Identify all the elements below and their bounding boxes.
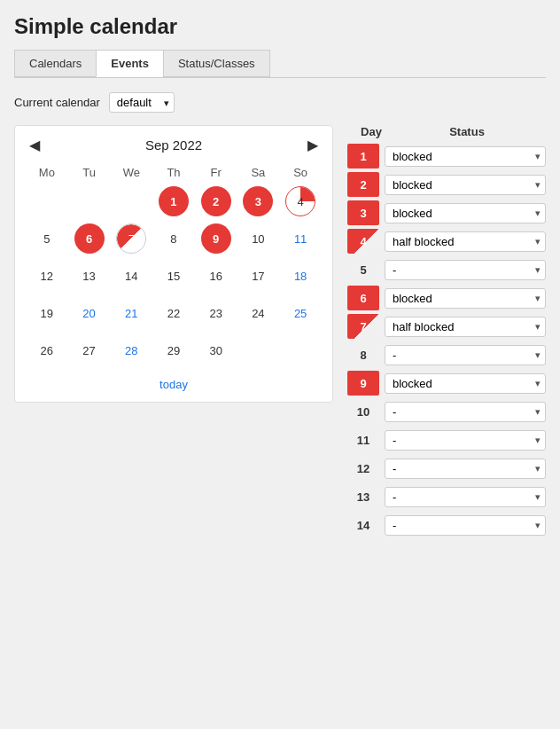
status-rows-container: 1-blockedhalf blocked2-blockedhalf block… (347, 144, 546, 537)
day-badge: 12 (347, 456, 379, 481)
table-row[interactable]: 29 (152, 332, 195, 369)
status-select[interactable]: -blockedhalf blocked (385, 175, 546, 195)
tab-status-classes[interactable]: Status/Classes (163, 50, 270, 77)
tab-events[interactable]: Events (96, 50, 164, 77)
table-row[interactable]: 1 (152, 183, 195, 220)
table-row[interactable]: 2 (195, 183, 237, 220)
table-row[interactable]: 28 (110, 332, 152, 369)
day-badge: 9 (347, 371, 379, 396)
calendar-day-header: Th (152, 162, 195, 183)
list-item: 7-blockedhalf blocked (347, 314, 546, 339)
list-item: 11-blockedhalf blocked (347, 427, 546, 452)
table-row[interactable]: 15 (152, 257, 195, 294)
table-row (237, 332, 280, 369)
list-item: 10-blockedhalf blocked (347, 399, 546, 424)
tab-calendars[interactable]: Calendars (14, 50, 97, 77)
table-row[interactable]: 12 (26, 257, 68, 294)
status-panel-header: Day Status (347, 125, 546, 138)
day-badge: 10 (347, 399, 379, 424)
calendar-grid: MoTuWeThFrSaSo 1234567891011121314151617… (26, 162, 322, 369)
day-badge: 11 (347, 427, 379, 452)
table-row[interactable]: 5 (26, 220, 68, 257)
table-row[interactable]: 4 (279, 183, 322, 220)
calendar-day-header: We (110, 162, 152, 183)
table-row[interactable]: 8 (152, 220, 195, 257)
status-select-wrapper: -blockedhalf blocked (385, 317, 546, 337)
day-badge: 1 (347, 144, 379, 169)
table-row[interactable]: 22 (152, 294, 195, 332)
status-select[interactable]: -blockedhalf blocked (385, 260, 546, 280)
status-select-wrapper: -blockedhalf blocked (385, 231, 546, 252)
table-row[interactable]: 14 (110, 257, 152, 294)
table-row (68, 183, 111, 220)
day-badge: 13 (347, 484, 379, 509)
current-calendar-row: Current calendar default (14, 92, 546, 113)
main-layout: ◀ Sep 2022 ▶ MoTuWeThFrSaSo 123456789101… (14, 125, 546, 541)
status-select[interactable]: -blockedhalf blocked (385, 515, 546, 536)
status-select[interactable]: -blockedhalf blocked (385, 231, 546, 252)
status-select-wrapper: -blockedhalf blocked (385, 430, 546, 451)
status-select[interactable]: -blockedhalf blocked (385, 373, 546, 394)
table-row[interactable]: 17 (237, 257, 280, 294)
table-row[interactable]: 30 (195, 332, 237, 369)
table-row[interactable]: 3 (237, 183, 280, 220)
status-select-wrapper: -blockedhalf blocked (385, 402, 546, 422)
table-row[interactable]: 24 (237, 294, 280, 332)
status-select[interactable]: -blockedhalf blocked (385, 317, 546, 337)
table-row (279, 332, 322, 369)
status-select[interactable]: -blockedhalf blocked (385, 402, 546, 422)
list-item: 1-blockedhalf blocked (347, 144, 546, 169)
list-item: 6-blockedhalf blocked (347, 286, 546, 310)
prev-month-button[interactable]: ◀ (26, 137, 43, 153)
list-item: 13-blockedhalf blocked (347, 484, 546, 509)
calendar-header: ◀ Sep 2022 ▶ (26, 137, 322, 153)
day-badge: 4 (347, 229, 379, 254)
calendar-day-header: Mo (26, 162, 68, 183)
table-row[interactable]: 27 (68, 332, 111, 369)
status-select[interactable]: -blockedhalf blocked (385, 345, 546, 365)
list-item: 2-blockedhalf blocked (347, 172, 546, 197)
calendar-day-header: Tu (68, 162, 111, 183)
list-item: 9-blockedhalf blocked (347, 371, 546, 396)
status-select[interactable]: -blockedhalf blocked (385, 288, 546, 309)
list-item: 5-blockedhalf blocked (347, 257, 546, 282)
day-badge: 6 (347, 286, 379, 310)
table-row[interactable]: 16 (195, 257, 237, 294)
table-row[interactable]: 20 (68, 294, 111, 332)
table-row[interactable]: 21 (110, 294, 152, 332)
status-select[interactable]: -blockedhalf blocked (385, 203, 546, 223)
day-badge: 2 (347, 172, 379, 197)
table-row[interactable]: 19 (26, 294, 68, 332)
status-select[interactable]: -blockedhalf blocked (385, 459, 546, 479)
status-select-wrapper: -blockedhalf blocked (385, 260, 546, 280)
list-item: 14-blockedhalf blocked (347, 513, 546, 537)
status-select[interactable]: -blockedhalf blocked (385, 430, 546, 451)
status-header-day: Day (351, 125, 392, 138)
table-row[interactable]: 18 (279, 257, 322, 294)
today-link[interactable]: today (26, 378, 322, 391)
status-header-status: Status (392, 125, 542, 138)
table-row[interactable]: 7 (110, 220, 152, 257)
table-row[interactable]: 10 (237, 220, 280, 257)
table-row[interactable]: 25 (279, 294, 322, 332)
table-row (26, 183, 68, 220)
status-select-wrapper: -blockedhalf blocked (385, 146, 546, 167)
table-row[interactable]: 11 (279, 220, 322, 257)
calendar-select-wrapper: default (109, 92, 175, 113)
current-calendar-label: Current calendar (14, 96, 100, 109)
status-select-wrapper: -blockedhalf blocked (385, 459, 546, 479)
table-row[interactable]: 9 (195, 220, 237, 257)
status-select[interactable]: -blockedhalf blocked (385, 487, 546, 507)
table-row[interactable]: 23 (195, 294, 237, 332)
list-item: 4-blockedhalf blocked (347, 229, 546, 254)
day-badge: 14 (347, 513, 379, 537)
next-month-button[interactable]: ▶ (304, 137, 322, 153)
table-row[interactable]: 13 (68, 257, 111, 294)
calendar-day-header: Fr (195, 162, 237, 183)
table-row[interactable]: 6 (68, 220, 111, 257)
status-select-wrapper: -blockedhalf blocked (385, 288, 546, 309)
calendar-select[interactable]: default (109, 92, 175, 113)
table-row[interactable]: 26 (26, 332, 68, 369)
status-select[interactable]: -blockedhalf blocked (385, 146, 546, 167)
day-badge: 5 (347, 257, 379, 282)
